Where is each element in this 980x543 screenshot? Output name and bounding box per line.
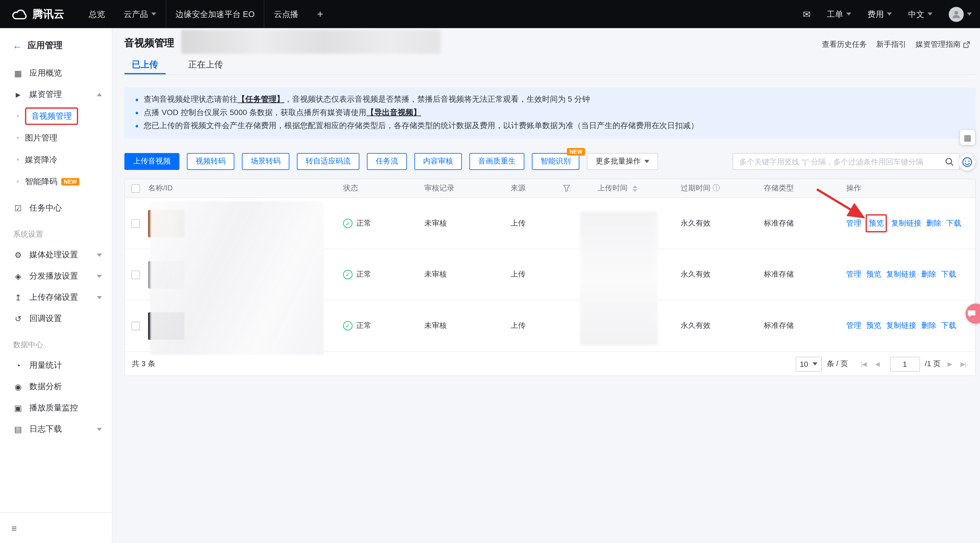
sidebar-item-usage-statistics[interactable]: ◔ 用量统计: [0, 355, 112, 376]
download-link[interactable]: 下载: [941, 269, 956, 280]
sidebar-item-data-analysis[interactable]: ◉ 数据分析: [0, 376, 112, 397]
page-size-unit: 条 / 页: [827, 359, 848, 369]
nav-tab-eo[interactable]: 边缘安全加速平台 EO: [165, 0, 264, 28]
chevron-down-icon: [967, 13, 972, 16]
smart-recognition-button[interactable]: 智能识别 NEW: [532, 153, 580, 170]
task-flow-button[interactable]: 任务流: [367, 153, 407, 170]
new-badge: NEW: [567, 148, 585, 155]
feedback-button[interactable]: [959, 154, 976, 171]
delete-link[interactable]: 删除: [921, 269, 936, 280]
nav-tab-vod[interactable]: 云点播: [264, 0, 308, 28]
media-management-guide-link[interactable]: 媒资管理指南: [916, 40, 970, 50]
audio-video-enhance-button[interactable]: 音画质重生: [469, 153, 524, 170]
sort-icon[interactable]: [633, 185, 638, 192]
sidebar-item-media-processing-settings[interactable]: ⚙ 媒体处理设置: [0, 244, 112, 265]
preview-link[interactable]: 预览: [869, 219, 884, 227]
download-link[interactable]: 下载: [946, 218, 961, 229]
bullet-dot-icon: [135, 112, 138, 114]
sidebar-item-distribution-playback-settings[interactable]: ◈ 分发播放设置: [0, 265, 112, 287]
preview-link[interactable]: 预览: [866, 321, 881, 331]
manage-link[interactable]: 管理: [846, 218, 861, 229]
pagination: 共 3 条 10 条 / 页 |◀ ◀ /1 页 ▶ ▶|: [125, 352, 975, 376]
sidebar-item-upload-storage-settings[interactable]: ↥ 上传存储设置: [0, 287, 112, 308]
sidebar-item-asset-cooling[interactable]: 媒资降冷: [0, 149, 112, 171]
row-checkbox[interactable]: [131, 270, 140, 279]
account-menu[interactable]: [940, 0, 980, 28]
nav-overview[interactable]: 总览: [80, 0, 114, 28]
row-checkbox[interactable]: [131, 321, 140, 330]
pagination-controls: 10 条 / 页 |◀ ◀ /1 页 ▶ ▶|: [795, 356, 967, 371]
user-icon: [951, 9, 961, 19]
copy-link-link[interactable]: 复制链接: [891, 218, 921, 229]
manage-link[interactable]: 管理: [846, 321, 861, 331]
back-to-app-management[interactable]: ← 应用管理: [0, 28, 112, 62]
check-circle-icon: ✓: [343, 270, 352, 279]
review-record: 未审核: [425, 321, 511, 331]
copy-link-link[interactable]: 复制链接: [886, 269, 916, 280]
chevron-down-icon: [812, 362, 818, 365]
total-count: 共 3 条: [132, 359, 155, 369]
messages-button[interactable]: ✉: [795, 0, 819, 28]
export-audio-video-link[interactable]: 【导出音视频】: [366, 108, 421, 117]
next-page-button[interactable]: ▶: [946, 360, 954, 367]
media-name-blurred: [150, 201, 324, 355]
task-management-link[interactable]: 【任务管理】: [238, 95, 285, 104]
add-product-tab-button[interactable]: +: [308, 0, 332, 28]
last-page-button[interactable]: ▶|: [958, 360, 967, 367]
delete-link[interactable]: 删除: [926, 218, 941, 229]
tab-uploading[interactable]: 正在上传: [181, 56, 231, 74]
sidebar-item-playback-quality-monitor[interactable]: ▣ 播放质量监控: [0, 397, 112, 419]
more-batch-actions-button[interactable]: 更多批量操作: [587, 153, 658, 170]
app-selector-blurred[interactable]: [181, 30, 441, 54]
sidebar-item-callback-settings[interactable]: ↺ 回调设置: [0, 308, 112, 329]
upload-audio-video-button[interactable]: 上传音视频: [124, 153, 180, 170]
filter-funnel-icon[interactable]: [563, 185, 570, 192]
col-source: 来源: [511, 183, 597, 194]
quick-entry-grid-button[interactable]: ▦: [960, 130, 975, 145]
tab-uploaded[interactable]: 已上传: [124, 56, 165, 74]
manage-link[interactable]: 管理: [846, 269, 861, 280]
row-actions: 管理 预览 复制链接 删除 下载: [846, 321, 975, 331]
sidebar-section-data-center: 数据中心: [0, 329, 112, 355]
chevron-down-icon: [97, 275, 102, 278]
language-menu[interactable]: 中文: [900, 0, 940, 28]
nav-cloud-products[interactable]: 云产品: [114, 0, 165, 28]
tencent-cloud-logo[interactable]: 腾讯云: [0, 7, 80, 21]
chevron-down-icon: [846, 13, 851, 16]
scene-transcode-button[interactable]: 场景转码: [242, 153, 290, 170]
status-badge: 正常: [356, 269, 371, 280]
search-icon[interactable]: [945, 157, 954, 166]
status-badge: 正常: [356, 321, 371, 331]
content-review-button[interactable]: 内容审核: [414, 153, 462, 170]
sidebar-group-media-assets[interactable]: ▶ 媒资管理: [0, 84, 112, 105]
page-size-select[interactable]: 10: [795, 356, 822, 371]
sidebar-item-smart-bitrate[interactable]: 智能降码 NEW: [0, 171, 112, 192]
sidebar-item-log-download[interactable]: ▤ 日志下载: [0, 419, 112, 440]
row-checkbox[interactable]: [131, 219, 140, 228]
ticket-menu[interactable]: 工单: [819, 0, 859, 28]
back-arrow-icon: ←: [13, 40, 22, 51]
preview-link[interactable]: 预览: [866, 269, 881, 280]
billing-menu[interactable]: 费用: [859, 0, 900, 28]
beginner-guide-link[interactable]: 新手指引: [876, 40, 906, 50]
page-number-input[interactable]: [890, 356, 920, 371]
collapse-sidebar-icon[interactable]: ≡: [11, 522, 17, 533]
mail-icon: ✉: [803, 8, 811, 20]
status-badge: 正常: [356, 218, 371, 229]
sidebar-item-audio-video-management[interactable]: 音视频管理: [0, 105, 112, 127]
copy-link-link[interactable]: 复制链接: [886, 321, 916, 331]
delete-link[interactable]: 删除: [921, 321, 936, 331]
sidebar-item-task-center[interactable]: ☑ 任务中心: [0, 197, 112, 219]
select-all-checkbox[interactable]: [131, 184, 140, 193]
download-link[interactable]: 下载: [941, 321, 956, 331]
sidebar-item-image-management[interactable]: 图片管理: [0, 127, 112, 149]
search-input[interactable]: [733, 157, 945, 166]
sidebar-item-app-overview[interactable]: ▦ 应用概览: [0, 62, 112, 84]
first-page-button[interactable]: |◀: [859, 360, 868, 367]
info-icon[interactable]: ⓘ: [713, 183, 720, 194]
view-history-tasks-link[interactable]: 查看历史任务: [822, 40, 867, 50]
prev-page-button[interactable]: ◀: [873, 360, 881, 367]
adaptive-bitrate-button[interactable]: 转自适应码流: [297, 153, 359, 170]
storage-type: 标准存储: [764, 218, 846, 229]
video-transcode-button[interactable]: 视频转码: [187, 153, 234, 170]
